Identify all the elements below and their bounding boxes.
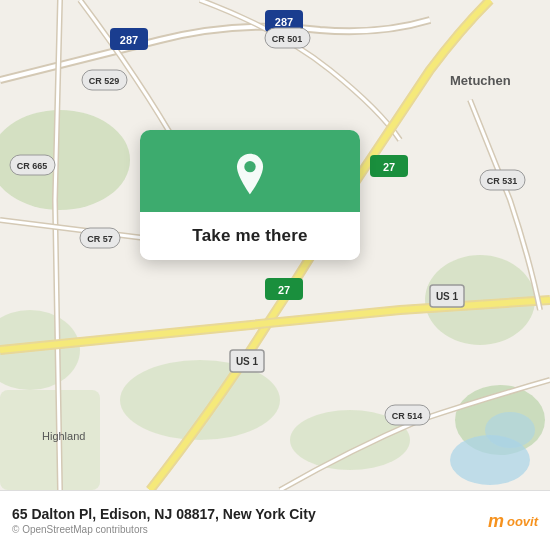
svg-text:US 1: US 1 — [436, 291, 459, 302]
moovit-wordmark: oovit — [507, 513, 538, 528]
svg-text:287: 287 — [275, 16, 293, 28]
svg-text:Highland: Highland — [42, 430, 85, 442]
moovit-m-letter: m — [488, 510, 504, 531]
svg-text:CR 57: CR 57 — [87, 234, 113, 244]
address-text: 65 Dalton Pl, Edison, NJ 08817, New York… — [12, 506, 538, 522]
svg-text:27: 27 — [383, 161, 395, 173]
app: 287 287 CR 665 CR 529 CR 501 27 27 US 1 — [0, 0, 550, 550]
take-me-there-button[interactable]: Take me there — [140, 212, 360, 260]
svg-point-9 — [485, 412, 535, 448]
svg-text:CR 501: CR 501 — [272, 34, 303, 44]
location-pin-icon — [228, 152, 272, 196]
popup-header — [140, 130, 360, 212]
svg-point-37 — [244, 161, 255, 172]
attribution-text: © OpenStreetMap contributors — [12, 524, 538, 535]
svg-text:CR 531: CR 531 — [487, 176, 518, 186]
popup-card: Take me there — [140, 130, 360, 260]
svg-text:US 1: US 1 — [236, 356, 259, 367]
svg-text:CR 529: CR 529 — [89, 76, 120, 86]
svg-text:CR 514: CR 514 — [392, 411, 423, 421]
svg-text:287: 287 — [120, 34, 138, 46]
svg-text:CR 665: CR 665 — [17, 161, 48, 171]
moovit-logo: m oovit — [488, 510, 538, 531]
svg-text:Metuchen: Metuchen — [450, 73, 511, 88]
svg-text:27: 27 — [278, 284, 290, 296]
bottom-bar: 65 Dalton Pl, Edison, NJ 08817, New York… — [0, 490, 550, 550]
